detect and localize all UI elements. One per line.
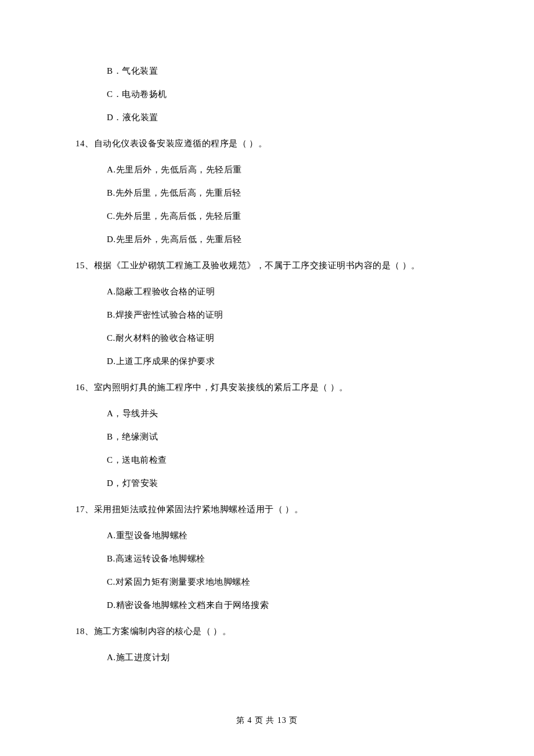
prelim-option-d: D．液化装置 bbox=[107, 113, 459, 122]
question-18: 18、施工方案编制内容的核心是（ ）。 bbox=[75, 627, 459, 636]
prelim-option-c: C．电动卷扬机 bbox=[107, 90, 459, 99]
q15-option-a: A.隐蔽工程验收合格的证明 bbox=[107, 287, 459, 296]
q17-option-c: C.对紧固力矩有测量要求地地脚螺栓 bbox=[107, 578, 459, 586]
q17-option-b: B.高速运转设备地脚螺栓 bbox=[107, 555, 459, 563]
question-16: 16、室内照明灯具的施工程序中，灯具安装接线的紧后工序是（ ）。 bbox=[75, 383, 459, 392]
q14-option-a: A.先里后外，先低后高，先轻后重 bbox=[107, 165, 459, 174]
q14-option-c: C.先外后里，先高后低，先轻后重 bbox=[107, 212, 459, 221]
q14-option-d: D.先里后外，先高后低，先重后轻 bbox=[107, 235, 459, 244]
q15-option-d: D.上道工序成果的保护要求 bbox=[107, 357, 459, 366]
q15-option-c: C.耐火材料的验收合格证明 bbox=[107, 334, 459, 343]
q17-option-d: D.精密设备地脚螺栓文档来自于网络搜索 bbox=[107, 601, 459, 610]
q16-option-d: D，灯管安装 bbox=[107, 479, 459, 488]
page-footer: 第 4 页 共 13 页 bbox=[0, 715, 534, 726]
q18-option-a: A.施工进度计划 bbox=[107, 653, 459, 662]
q17-option-a: A.重型设备地脚螺栓 bbox=[107, 531, 459, 540]
prelim-option-b: B．气化装置 bbox=[107, 67, 459, 75]
q16-option-c: C，送电前检查 bbox=[107, 456, 459, 465]
q14-option-b: B.先外后里，先低后高，先重后轻 bbox=[107, 189, 459, 197]
question-15: 15、根据《工业炉砌筑工程施工及验收规范》，不属于工序交接证明书内容的是（ ）。 bbox=[75, 261, 459, 270]
q16-option-a: A，导线并头 bbox=[107, 409, 459, 418]
question-14: 14、自动化仪表设备安装应遵循的程序是（ ）。 bbox=[75, 139, 459, 148]
q15-option-b: B.焊接严密性试验合格的证明 bbox=[107, 311, 459, 319]
q16-option-b: B，绝缘测试 bbox=[107, 433, 459, 441]
question-17: 17、采用扭矩法或拉伸紧固法拧紧地脚螺栓适用于（ ）。 bbox=[75, 505, 459, 514]
document-content: B．气化装置 C．电动卷扬机 D．液化装置 14、自动化仪表设备安装应遵循的程序… bbox=[75, 67, 459, 662]
